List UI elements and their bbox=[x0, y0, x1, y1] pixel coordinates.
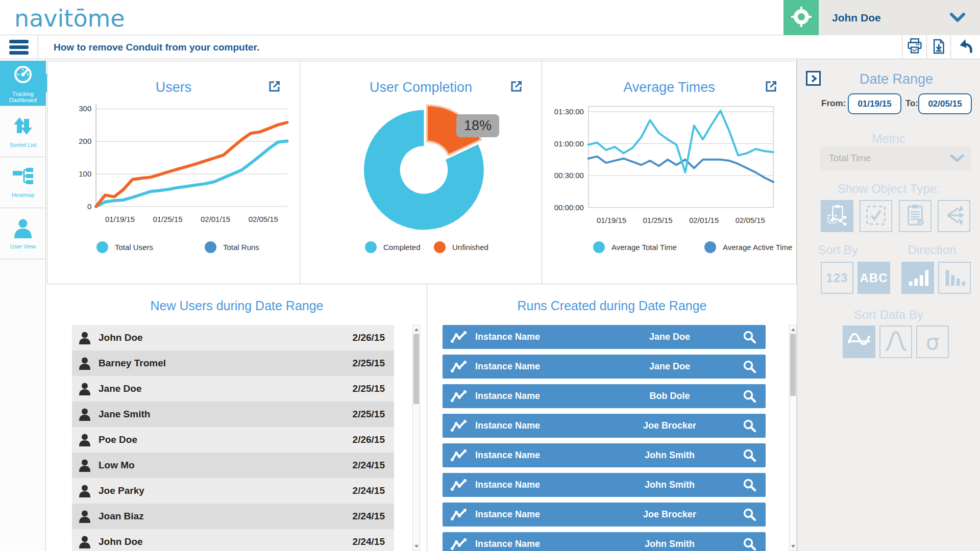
instance-name-label: Instance Name bbox=[475, 420, 540, 431]
undo-button[interactable] bbox=[950, 35, 980, 59]
sort-alpha-button[interactable]: ABC bbox=[857, 262, 890, 294]
users-chart-card: Users 010020030001/19/1501/25/1502/01/15… bbox=[47, 61, 300, 284]
direction-descending-button[interactable] bbox=[938, 262, 971, 294]
scrollbar-thumb[interactable] bbox=[413, 334, 419, 404]
run-user-name: Joe Brocker bbox=[624, 420, 716, 431]
scroll-up-arrow[interactable] bbox=[790, 326, 796, 333]
run-button[interactable]: Instance NameJane Doe bbox=[443, 325, 766, 349]
run-button[interactable]: Instance NameJohn Smith bbox=[443, 443, 766, 467]
svg-text:00:30:00: 00:30:00 bbox=[554, 171, 584, 180]
legend-dot bbox=[593, 241, 605, 253]
list-item[interactable]: John Doe2/26/15 bbox=[72, 325, 394, 350]
object-type-all-button[interactable] bbox=[821, 200, 853, 232]
search-icon[interactable] bbox=[743, 537, 756, 551]
person-icon bbox=[79, 331, 91, 344]
list-item[interactable]: Barney Tromel2/25/15 bbox=[72, 350, 394, 376]
charts-row: Users 010020030001/19/1501/25/1502/01/15… bbox=[47, 61, 797, 284]
line-chart-icon bbox=[451, 448, 468, 463]
run-user-name: John Smith bbox=[624, 480, 716, 490]
percent-callout: 18% bbox=[456, 114, 499, 137]
app-header: navitōme John Doe bbox=[0, 0, 980, 35]
sort-numeric-button[interactable]: 123 bbox=[821, 262, 853, 294]
search-icon[interactable] bbox=[743, 448, 756, 462]
legend-item: Total Runs bbox=[205, 241, 259, 253]
svg-text:02/01/15: 02/01/15 bbox=[689, 216, 719, 224]
user-menu[interactable]: John Doe bbox=[819, 0, 980, 35]
scroll-down-arrow[interactable] bbox=[413, 543, 420, 550]
sort-data-average-button[interactable] bbox=[843, 325, 875, 358]
scroll-up-arrow[interactable] bbox=[413, 326, 420, 333]
completion-donut-chart bbox=[300, 61, 542, 284]
line-chart-icon bbox=[451, 330, 468, 344]
run-button[interactable]: Instance NameBob Dole bbox=[443, 384, 766, 408]
run-button[interactable]: Instance NameJohn Smith bbox=[443, 473, 766, 497]
download-button[interactable] bbox=[926, 35, 950, 59]
date-to-input[interactable] bbox=[918, 93, 972, 114]
new-users-scrollbar[interactable] bbox=[412, 325, 420, 551]
sidebar-item-user-view[interactable]: User View bbox=[0, 208, 46, 259]
search-icon[interactable] bbox=[743, 478, 756, 492]
sorted-list-icon bbox=[12, 115, 34, 139]
date-range-title: Date Range bbox=[818, 71, 975, 87]
object-type-branch-button[interactable] bbox=[938, 200, 970, 232]
metric-dropdown[interactable]: Total Time bbox=[820, 146, 971, 170]
instance-name-label: Instance Name bbox=[475, 509, 540, 520]
run-button[interactable]: Instance NameJohn Smith bbox=[443, 532, 766, 551]
users-line-chart: 010020030001/19/1501/25/1502/01/1502/05/… bbox=[47, 61, 300, 284]
sidebar-item-heatmap[interactable]: Heatmap bbox=[0, 157, 46, 208]
print-button[interactable] bbox=[902, 35, 926, 59]
run-button[interactable]: Instance NameJane Doe bbox=[443, 355, 766, 379]
user-date: 2/25/15 bbox=[353, 409, 385, 420]
help-button[interactable] bbox=[783, 0, 819, 35]
search-icon[interactable] bbox=[743, 419, 756, 433]
line-chart-icon bbox=[451, 419, 468, 433]
average-times-chart-card: Average Times 00:00:0000:30:0001:00:0001… bbox=[542, 61, 796, 284]
run-user-name: Joe Brocker bbox=[624, 509, 716, 520]
sort-data-bell-curve-button[interactable] bbox=[879, 325, 912, 358]
search-icon[interactable] bbox=[743, 330, 756, 344]
search-icon[interactable] bbox=[743, 360, 756, 373]
search-icon[interactable] bbox=[743, 389, 756, 403]
run-button[interactable]: Instance NameJoe Brocker bbox=[443, 503, 766, 527]
list-item[interactable]: Joan Biaz2/24/15 bbox=[72, 504, 394, 529]
legend-label: Total Runs bbox=[223, 243, 259, 252]
scroll-down-arrow[interactable] bbox=[790, 543, 796, 550]
direction-ascending-button[interactable] bbox=[901, 262, 934, 294]
tracking-dashboard-icon bbox=[12, 64, 34, 88]
app-root: navitōme John Doe H bbox=[0, 0, 980, 551]
run-user-name: John Smith bbox=[624, 539, 716, 549]
person-icon bbox=[79, 535, 91, 548]
svg-text:01/25/15: 01/25/15 bbox=[153, 215, 183, 223]
sidebar-item-tracking-dashboard[interactable]: Tracking Dashboard bbox=[0, 61, 46, 106]
run-button[interactable]: Instance NameJoe Brocker bbox=[443, 414, 766, 438]
direction-title: Direction bbox=[894, 243, 970, 257]
menu-button[interactable] bbox=[0, 35, 38, 59]
runs-list: Instance NameJane DoeInstance NameJane D… bbox=[443, 325, 766, 551]
user-date: 2/24/15 bbox=[353, 536, 385, 547]
object-type-clipboard-button[interactable] bbox=[899, 200, 932, 232]
object-type-check-button[interactable] bbox=[860, 200, 892, 232]
sort-data-sigma-button[interactable]: σ bbox=[916, 325, 949, 358]
date-from-input[interactable] bbox=[848, 93, 901, 114]
instance-name-label: Instance Name bbox=[475, 391, 540, 402]
sidebar-item-sorted-list[interactable]: Sorted List bbox=[0, 106, 46, 157]
line-chart-icon bbox=[451, 537, 468, 551]
runs-panel: Runs Created during Date Range Instance … bbox=[427, 284, 797, 551]
list-item[interactable]: Poe Doe2/26/15 bbox=[72, 427, 394, 453]
scrollbar-thumb[interactable] bbox=[790, 334, 796, 396]
clipboard-icon bbox=[903, 203, 927, 230]
list-item[interactable]: Low Mo2/24/15 bbox=[72, 453, 394, 478]
user-date: 2/24/15 bbox=[353, 511, 385, 522]
search-icon[interactable] bbox=[743, 508, 756, 521]
hamburger-icon bbox=[9, 40, 29, 43]
dashed-checkbox-icon bbox=[864, 203, 888, 230]
legend-dot bbox=[96, 241, 108, 253]
list-item[interactable]: Joe Parky2/24/15 bbox=[72, 478, 394, 504]
runs-scrollbar[interactable] bbox=[789, 325, 797, 551]
list-item[interactable]: Jane Doe2/25/15 bbox=[72, 376, 394, 402]
list-item[interactable]: Jane Smith2/25/15 bbox=[72, 402, 394, 427]
legend-label: Total Users bbox=[115, 243, 153, 252]
svg-text:01/25/15: 01/25/15 bbox=[643, 216, 673, 224]
legend-dot bbox=[704, 241, 716, 253]
list-item[interactable]: John Doe2/24/15 bbox=[72, 529, 394, 551]
